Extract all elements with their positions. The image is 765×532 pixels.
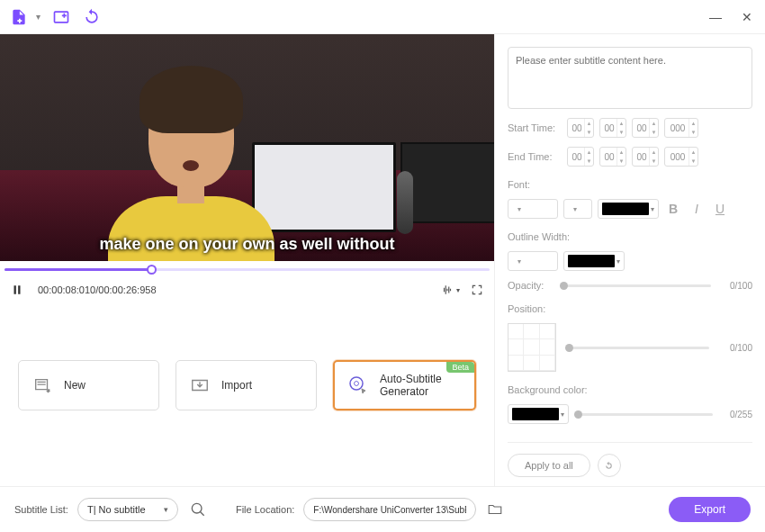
opacity-label: Opacity: — [508, 280, 553, 291]
video-frame[interactable]: make one on your own as well without — [0, 34, 494, 261]
bg-color-dd[interactable] — [508, 404, 569, 424]
player-controls: 00:00:08:010/00:00:26:958 ▾ — [0, 274, 494, 306]
properties-panel: Start Time: 00▲▼ 00▲▼ 00▲▼ 000▲▼ End Tim… — [495, 34, 765, 486]
import-icon — [189, 374, 211, 396]
font-size-dd[interactable] — [563, 199, 592, 219]
main-area: make one on your own as well without 00:… — [0, 34, 765, 487]
position-value: 0/100 — [718, 343, 752, 353]
new-label: New — [64, 379, 86, 392]
bg-color-label: Background color: — [508, 384, 752, 395]
file-location-label: File Location: — [236, 504, 294, 515]
position-label: Position: — [508, 303, 752, 314]
new-card[interactable]: New — [18, 360, 159, 410]
font-label: Font: — [508, 179, 752, 190]
apply-all-button[interactable]: Apply to all — [508, 454, 590, 477]
end-ss[interactable]: 00▲▼ — [632, 147, 659, 167]
opacity-value: 0/100 — [718, 281, 752, 291]
import-label: Import — [221, 379, 252, 392]
video-area: make one on your own as well without 00:… — [0, 34, 494, 306]
start-mm[interactable]: 00▲▼ — [599, 118, 626, 138]
auto-subtitle-icon — [347, 374, 369, 396]
titlebar: ▾ — ✕ — [0, 0, 765, 34]
end-mm[interactable]: 00▲▼ — [599, 147, 626, 167]
waveform-icon[interactable]: ▾ — [440, 284, 460, 296]
start-ms[interactable]: 000▲▼ — [664, 118, 698, 138]
end-hh[interactable]: 00▲▼ — [567, 147, 594, 167]
pause-button[interactable] — [11, 284, 23, 296]
add-file-dropdown[interactable]: ▾ — [36, 12, 40, 22]
minimize-button[interactable]: — — [706, 10, 725, 24]
italic-button[interactable]: I — [688, 200, 706, 218]
close-button[interactable]: ✕ — [738, 10, 756, 24]
end-time-label: End Time: — [508, 151, 562, 162]
footer: Subtitle List: T| No subtitle File Locat… — [0, 487, 765, 532]
new-icon — [32, 374, 53, 396]
preview-column: make one on your own as well without 00:… — [0, 34, 495, 486]
opacity-row: Opacity: 0/100 — [508, 280, 752, 291]
underline-button[interactable]: U — [711, 200, 729, 218]
bg-opacity-value: 0/255 — [718, 410, 752, 419]
start-ss[interactable]: 00▲▼ — [632, 118, 659, 138]
opacity-slider[interactable] — [560, 284, 711, 287]
bold-button[interactable]: B — [664, 200, 682, 218]
start-time-row: Start Time: 00▲▼ 00▲▼ 00▲▼ 000▲▼ — [508, 118, 752, 138]
file-location-input[interactable] — [303, 498, 476, 521]
beta-badge: Beta — [446, 362, 474, 373]
font-color-dd[interactable] — [598, 199, 659, 219]
start-hh[interactable]: 00▲▼ — [567, 118, 594, 138]
outline-label: Outline Width: — [508, 231, 752, 242]
bg-opacity-slider[interactable] — [574, 413, 713, 416]
timecode: 00:00:08:010/00:00:26:958 — [38, 284, 157, 295]
reset-button[interactable] — [598, 454, 621, 477]
export-button[interactable]: Export — [669, 497, 751, 522]
progress-bar[interactable] — [0, 261, 494, 274]
outline-width-dd[interactable] — [508, 251, 558, 271]
start-time-label: Start Time: — [508, 122, 562, 133]
duration: 00:00:26:958 — [98, 284, 156, 295]
end-ms[interactable]: 000▲▼ — [664, 147, 698, 167]
folder-icon[interactable] — [485, 500, 505, 519]
fullscreen-icon[interactable] — [471, 284, 483, 296]
subtitle-textarea[interactable] — [508, 47, 752, 109]
subtitle-list-label: Subtitle List: — [14, 504, 68, 515]
outline-color-dd[interactable] — [563, 251, 625, 271]
import-card[interactable]: Import — [176, 360, 317, 410]
auto-subtitle-card[interactable]: Beta Auto-Subtitle Generator — [333, 360, 476, 410]
svg-point-1 — [350, 377, 363, 390]
add-file-icon[interactable] — [9, 7, 29, 27]
reload-icon[interactable] — [82, 7, 102, 27]
position-grid[interactable] — [508, 323, 556, 372]
auto-subtitle-label: Auto-Subtitle Generator — [380, 373, 462, 398]
current-time: 00:00:08:010 — [38, 284, 95, 295]
subtitle-list-dd[interactable]: T| No subtitle — [77, 498, 178, 521]
search-icon[interactable] — [187, 499, 209, 520]
position-slider[interactable] — [565, 347, 709, 349]
font-family-dd[interactable] — [508, 199, 558, 219]
add-media-icon[interactable] — [51, 7, 71, 27]
end-time-row: End Time: 00▲▼ 00▲▼ 00▲▼ 000▲▼ — [508, 147, 752, 167]
action-row: New Import Beta Auto-Subtitle Generator — [0, 306, 494, 446]
